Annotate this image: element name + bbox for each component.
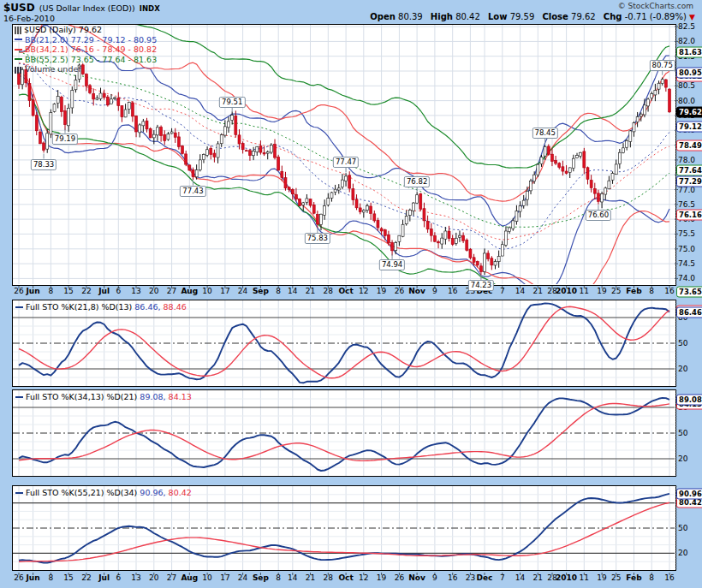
- date-tick-label: 16: [664, 287, 674, 295]
- date-tick-label: Oct: [338, 287, 353, 295]
- price-badge: 79.12: [676, 122, 702, 133]
- low-value: 79.59: [510, 12, 535, 21]
- date-tick-label: Nov: [408, 573, 425, 582]
- date-tick-label: 19: [377, 287, 386, 295]
- date-tick-label: 26: [14, 287, 23, 295]
- date-tick-label: 27: [167, 573, 176, 582]
- date-tick-label: 9: [432, 573, 437, 582]
- price-axis-tick: 77.0: [678, 186, 695, 194]
- copyright-label: © StockCharts.com: [618, 2, 693, 10]
- date-tick-label: 24: [238, 287, 247, 295]
- date-tick-label: 10: [202, 573, 211, 582]
- chart-header: $USD (US Dollar Index (EOD)) INDX 16-Feb…: [3, 2, 160, 24]
- price-annotation: 78.45: [532, 128, 557, 139]
- date-tick-label: 17: [220, 573, 229, 582]
- price-axis-tick: 78.0: [678, 156, 695, 164]
- close-value: 79.62: [571, 12, 596, 21]
- sto2-label: Full STO %K(34,13) %D(21): [26, 392, 140, 401]
- date-tick-label: 21: [533, 287, 543, 295]
- date-tick-label: 8: [649, 573, 654, 582]
- high-label: High: [431, 12, 453, 21]
- date-tick-label: 8: [49, 287, 54, 295]
- date-tick-label: 16: [664, 573, 674, 582]
- sto2-k-value: 89.08,: [140, 392, 165, 401]
- price-annotation: 77.47: [333, 157, 359, 168]
- date-tick-label: Sep: [253, 287, 269, 295]
- sto-axis-tick: 20: [678, 454, 687, 463]
- date-tick-label: Oct: [338, 573, 353, 582]
- chg-down-arrow-icon: ▼: [689, 13, 695, 21]
- date-tick-label: 22: [81, 573, 91, 582]
- date-tick-label: 8: [649, 287, 654, 295]
- date-tick-label: 26: [395, 573, 404, 582]
- date-tick-label: 11: [580, 573, 589, 582]
- price-axis-tick: 74.5: [678, 259, 695, 268]
- date-tick-label: Jun: [27, 287, 40, 295]
- legend-volume: Volume undef: [25, 64, 81, 74]
- price-annotation: 75.83: [305, 233, 330, 244]
- sto3-d-value: 80.42: [166, 488, 192, 497]
- date-tick-label: 22: [81, 287, 91, 295]
- date-tick-label: Dec: [477, 573, 493, 582]
- main-chart-legend: $USD (Daily) 79.62 BB(21,2.0) 77.29 - 79…: [15, 25, 157, 74]
- date-tick-label: 10: [202, 287, 211, 295]
- date-tick-label: 19: [597, 573, 606, 582]
- price-badge: 80.95: [676, 67, 702, 78]
- volume-bars-icon: [15, 67, 22, 74]
- date-tick-label: 8: [276, 573, 281, 582]
- date-tick-label: 27: [167, 287, 176, 295]
- date-tick-label: 21: [533, 573, 543, 582]
- date-tick-label: 14: [515, 573, 525, 582]
- sto-axis-tick: 20: [678, 549, 687, 557]
- date-axis-bottom: 26Jun81522Jul6132027Aug101724Sep8142128O…: [0, 573, 702, 585]
- symbol-name: (US Dollar Index (EOD)): [39, 3, 135, 13]
- symbol-label: $USD: [3, 2, 35, 14]
- date-tick-label: 26: [395, 287, 404, 295]
- price-annotation: 78.33: [31, 159, 57, 170]
- date-tick-label: 6: [116, 573, 121, 582]
- date-tick-label: Nov: [408, 287, 425, 295]
- date-tick-label: 14: [288, 573, 297, 582]
- price-annotation: 79.51: [219, 97, 245, 108]
- price-badge: 77.29: [676, 175, 702, 187]
- sto-line-icon: [15, 306, 23, 308]
- exchange-label: INDX: [140, 4, 160, 13]
- date-tick-label: 26: [14, 573, 23, 582]
- price-annotation: 76.60: [586, 210, 611, 221]
- close-label: Close: [542, 12, 568, 21]
- date-tick-label: 28: [324, 573, 333, 582]
- sto3-label: Full STO %K(55,21) %D(34): [26, 488, 140, 497]
- date-tick-label: 23: [466, 573, 475, 582]
- date-tick-label: 2010: [556, 287, 577, 295]
- legend-bb21: BB(21,2.0) 77.29 - 79.12 - 80.95: [25, 35, 157, 45]
- price-annotation: 74.23: [468, 280, 494, 291]
- price-axis-tick: 80.0: [678, 97, 695, 105]
- sto1-k-value: 86.46,: [134, 302, 160, 312]
- sto2-legend: Full STO %K(34,13) %D(21) 89.08, 84.13: [15, 392, 192, 401]
- legend-bb55: BB(55,2.5) 73.65 - 77.64 - 81.63: [25, 55, 157, 64]
- date-tick-label: 11: [580, 287, 589, 295]
- date-axis-main: 26Jun81522Jul6132027Aug101724Sep8142128O…: [0, 287, 702, 299]
- price-axis-tick: 75.0: [678, 245, 695, 253]
- date-tick-label: 6: [116, 287, 121, 295]
- date-tick-label: 15: [63, 573, 73, 582]
- date-tick-label: 20: [149, 287, 158, 295]
- date-tick-label: 19: [597, 287, 606, 295]
- price-annotation: 79.19: [52, 134, 78, 145]
- bb34-line-icon: [15, 49, 22, 50]
- date-tick-label: 28: [324, 287, 333, 295]
- open-value: 80.39: [398, 12, 423, 21]
- price-badge: 76.16: [676, 209, 702, 220]
- date-tick-label: 19: [377, 573, 386, 582]
- chart-date: 16-Feb-2010: [3, 14, 160, 24]
- price-axis-tick: 75.5: [678, 229, 695, 238]
- candlestick-icon: [15, 27, 21, 34]
- open-label: Open: [370, 12, 396, 21]
- price-axis-tick: 82.0: [678, 37, 695, 45]
- price-annotation: 77.43: [180, 186, 205, 197]
- date-tick-label: 13: [131, 573, 140, 582]
- legend-title: $USD (Daily) 79.62: [24, 25, 102, 34]
- date-tick-label: 9: [432, 287, 437, 295]
- price-annotation: 80.75: [650, 60, 675, 71]
- sto-axis-tick: 20: [678, 365, 687, 373]
